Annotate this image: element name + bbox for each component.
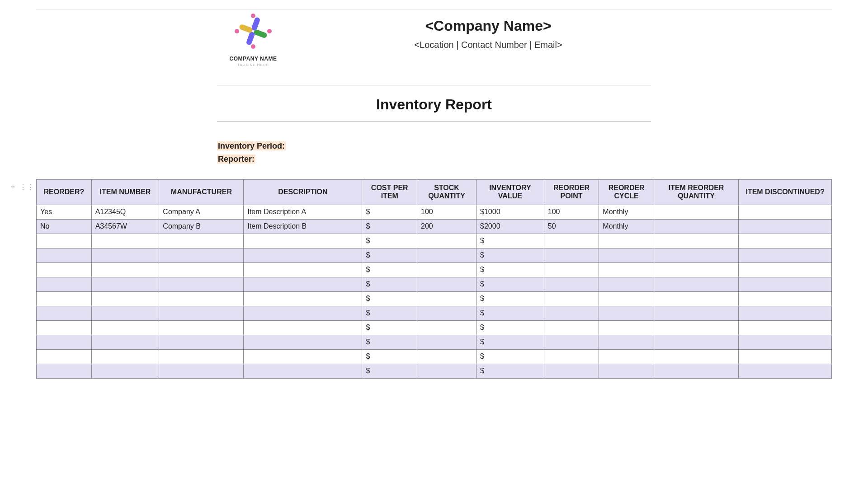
cell-reorder_point[interactable] [544,335,599,349]
cell-inventory_value[interactable]: $ [476,320,544,335]
cell-item_reorder_quantity[interactable] [654,277,738,291]
cell-reorder_cycle[interactable] [599,306,654,320]
cell-manufacturer[interactable] [159,364,244,378]
th-description[interactable]: DESCRIPTION [244,179,362,205]
cell-inventory_value[interactable]: $ [476,234,544,248]
th-reorder-cycle[interactable]: REORDER CYCLE [599,179,654,205]
cell-reorder_point[interactable] [544,277,599,291]
cell-reorder_point[interactable] [544,320,599,335]
cell-cost_per_item[interactable]: $ [362,219,417,234]
cell-cost_per_item[interactable]: $ [362,306,417,320]
cell-description[interactable]: Item Description A [244,205,362,219]
cell-item_number[interactable] [91,364,159,378]
cell-stock_quantity[interactable] [417,364,476,378]
cell-item_reorder_quantity[interactable] [654,291,738,306]
th-item-reorder-quantity[interactable]: ITEM REORDER QUANTITY [654,179,738,205]
cell-reorder_cycle[interactable] [599,335,654,349]
cell-stock_quantity[interactable]: 200 [417,219,476,234]
th-manufacturer[interactable]: MANUFACTURER [159,179,244,205]
table-row[interactable]: $$ [37,234,832,248]
cell-stock_quantity[interactable] [417,291,476,306]
th-inventory-value[interactable]: INVENTORY VALUE [476,179,544,205]
cell-item_reorder_quantity[interactable] [654,306,738,320]
table-row[interactable]: $$ [37,364,832,378]
cell-item_discontinued[interactable] [739,291,832,306]
cell-inventory_value[interactable]: $ [476,248,544,262]
table-row[interactable]: $$ [37,277,832,291]
cell-description[interactable] [244,349,362,364]
table-row[interactable]: $$ [37,306,832,320]
cell-inventory_value[interactable]: $ [476,262,544,277]
cell-item_number[interactable]: A12345Q [91,205,159,219]
cell-description[interactable] [244,234,362,248]
cell-item_discontinued[interactable] [739,320,832,335]
cell-reorder_cycle[interactable]: Monthly [599,219,654,234]
table-row[interactable]: $$ [37,291,832,306]
cell-description[interactable]: Item Description B [244,219,362,234]
cell-description[interactable] [244,364,362,378]
cell-cost_per_item[interactable]: $ [362,205,417,219]
table-row[interactable]: $$ [37,248,832,262]
cell-item_discontinued[interactable] [739,277,832,291]
cell-item_number[interactable] [91,349,159,364]
cell-item_number[interactable] [91,248,159,262]
cell-cost_per_item[interactable]: $ [362,349,417,364]
cell-reorder[interactable] [37,349,92,364]
cell-reorder_cycle[interactable] [599,234,654,248]
cell-cost_per_item[interactable]: $ [362,291,417,306]
cell-item_number[interactable] [91,234,159,248]
cell-inventory_value[interactable]: $ [476,277,544,291]
add-row-icon[interactable]: + [11,183,15,192]
cell-stock_quantity[interactable] [417,306,476,320]
cell-item_discontinued[interactable] [739,262,832,277]
cell-manufacturer[interactable] [159,349,244,364]
cell-reorder_cycle[interactable] [599,364,654,378]
cell-reorder[interactable] [37,364,92,378]
cell-reorder[interactable] [37,277,92,291]
cell-inventory_value[interactable]: $ [476,306,544,320]
cell-inventory_value[interactable]: $2000 [476,219,544,234]
table-row[interactable]: $$ [37,262,832,277]
cell-manufacturer[interactable] [159,277,244,291]
cell-reorder_point[interactable] [544,306,599,320]
cell-description[interactable] [244,248,362,262]
cell-reorder[interactable] [37,306,92,320]
cell-reorder_point[interactable] [544,364,599,378]
table-row[interactable]: NoA34567WCompany BItem Description B$200… [37,219,832,234]
cell-reorder_cycle[interactable] [599,262,654,277]
cell-cost_per_item[interactable]: $ [362,262,417,277]
th-item-discontinued[interactable]: ITEM DISCONTINUED? [739,179,832,205]
cell-item_number[interactable] [91,306,159,320]
cell-reorder[interactable] [37,248,92,262]
cell-manufacturer[interactable] [159,248,244,262]
cell-reorder[interactable] [37,320,92,335]
cell-description[interactable] [244,262,362,277]
th-reorder-point[interactable]: REORDER POINT [544,179,599,205]
cell-manufacturer[interactable] [159,291,244,306]
cell-reorder_point[interactable]: 50 [544,219,599,234]
cell-stock_quantity[interactable] [417,320,476,335]
table-row[interactable]: $$ [37,320,832,335]
table-row-controls[interactable]: + ⋮⋮ [11,183,34,192]
cell-manufacturer[interactable] [159,262,244,277]
cell-cost_per_item[interactable]: $ [362,364,417,378]
cell-inventory_value[interactable]: $ [476,364,544,378]
cell-cost_per_item[interactable]: $ [362,248,417,262]
cell-item_reorder_quantity[interactable] [654,349,738,364]
cell-description[interactable] [244,306,362,320]
cell-item_reorder_quantity[interactable] [654,248,738,262]
cell-item_discontinued[interactable] [739,306,832,320]
cell-reorder[interactable]: No [37,219,92,234]
cell-item_reorder_quantity[interactable] [654,219,738,234]
cell-manufacturer[interactable]: Company B [159,219,244,234]
th-cost-per-item[interactable]: COST PER ITEM [362,179,417,205]
cell-inventory_value[interactable]: $1000 [476,205,544,219]
cell-reorder_cycle[interactable] [599,320,654,335]
cell-stock_quantity[interactable] [417,234,476,248]
cell-inventory_value[interactable]: $ [476,291,544,306]
cell-item_number[interactable] [91,335,159,349]
cell-reorder_cycle[interactable]: Monthly [599,205,654,219]
cell-description[interactable] [244,277,362,291]
cell-manufacturer[interactable] [159,306,244,320]
cell-reorder[interactable] [37,291,92,306]
